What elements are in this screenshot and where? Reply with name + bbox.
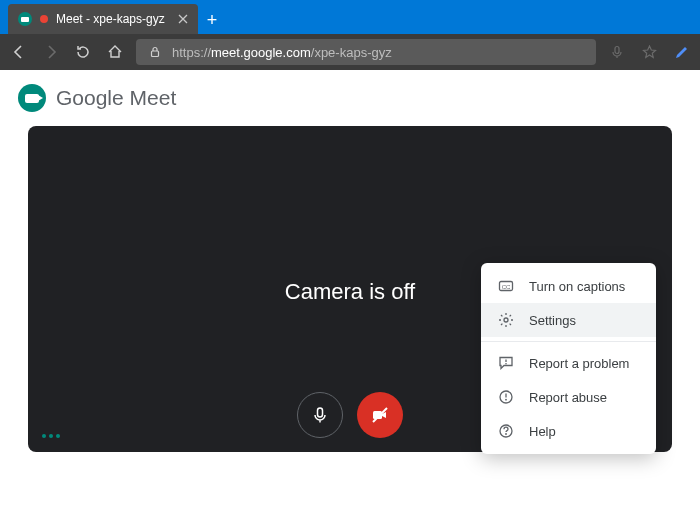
svg-point-14 (505, 433, 507, 435)
report-abuse-icon (497, 389, 515, 405)
svg-rect-1 (615, 47, 619, 54)
url-text: https://meet.google.com/xpe-kaps-gyz (172, 45, 392, 60)
browser-tab[interactable]: Meet - xpe-kaps-gyz (8, 4, 198, 34)
new-tab-button[interactable]: + (198, 6, 226, 34)
address-bar[interactable]: https://meet.google.com/xpe-kaps-gyz (136, 39, 596, 65)
menu-divider (481, 341, 656, 342)
back-icon[interactable] (8, 41, 30, 63)
feedback-icon (497, 355, 515, 371)
svg-point-7 (504, 318, 508, 322)
svg-rect-0 (152, 51, 159, 57)
more-options-button[interactable] (42, 434, 60, 438)
edit-icon[interactable] (670, 41, 692, 63)
page-content: Google Meet Camera is off CC (0, 70, 700, 522)
mic-permission-icon[interactable] (606, 41, 628, 63)
refresh-icon[interactable] (72, 41, 94, 63)
favorite-icon[interactable] (638, 41, 660, 63)
browser-titlebar: Meet - xpe-kaps-gyz + (0, 0, 700, 34)
toggle-mic-button[interactable] (297, 392, 343, 438)
menu-item-settings[interactable]: Settings (481, 303, 656, 337)
home-icon[interactable] (104, 41, 126, 63)
camera-off-label: Camera is off (285, 279, 415, 305)
call-controls (297, 392, 403, 438)
svg-point-9 (505, 363, 507, 365)
brand-header: Google Meet (0, 70, 700, 126)
menu-label: Report a problem (529, 356, 629, 371)
svg-rect-2 (318, 408, 323, 417)
menu-label: Help (529, 424, 556, 439)
brand-title: Google Meet (56, 86, 176, 110)
help-icon (497, 423, 515, 439)
tab-close-icon[interactable] (178, 14, 188, 24)
menu-item-captions[interactable]: CC Turn on captions (481, 269, 656, 303)
svg-text:CC: CC (502, 284, 511, 290)
gear-icon (497, 312, 515, 328)
captions-icon: CC (497, 278, 515, 294)
meet-favicon (18, 12, 32, 26)
menu-label: Report abuse (529, 390, 607, 405)
menu-item-report-problem[interactable]: Report a problem (481, 346, 656, 380)
meet-logo-icon (18, 84, 46, 112)
options-menu: CC Turn on captions Settings Report a pr… (481, 263, 656, 454)
lock-icon (144, 41, 166, 63)
menu-item-report-abuse[interactable]: Report abuse (481, 380, 656, 414)
svg-point-12 (505, 399, 507, 401)
menu-label: Settings (529, 313, 576, 328)
forward-icon (40, 41, 62, 63)
toggle-camera-button[interactable] (357, 392, 403, 438)
recording-indicator-icon (40, 15, 48, 23)
menu-item-help[interactable]: Help (481, 414, 656, 448)
tab-title: Meet - xpe-kaps-gyz (56, 12, 165, 26)
menu-label: Turn on captions (529, 279, 625, 294)
browser-toolbar: https://meet.google.com/xpe-kaps-gyz (0, 34, 700, 70)
